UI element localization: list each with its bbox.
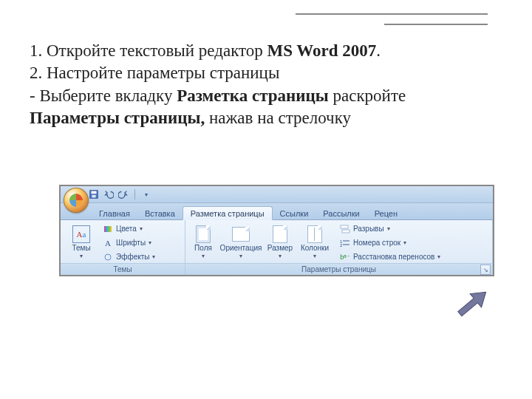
hyphenation-button[interactable]: bª⁻ Расстановка переносов▾ <box>338 250 443 263</box>
tab-home[interactable]: Главная <box>92 207 137 219</box>
label: Параметры страницы <box>301 265 376 273</box>
slide-header-rule <box>296 13 488 25</box>
ribbon-body: Aa Темы▾ Цвета▾ A Шрифты▾ <box>61 220 493 275</box>
instruction-line-3: - Выберите вкладку Разметка страницы рас… <box>30 85 495 130</box>
qat-customize-icon[interactable]: ▾ <box>141 189 151 200</box>
colors-icon <box>103 225 113 233</box>
fonts-icon: A <box>103 239 113 248</box>
group-title-page-setup: Параметры страницы ↘ <box>185 263 492 275</box>
text: . <box>376 41 381 60</box>
redo-icon[interactable] <box>118 189 129 200</box>
margins-icon <box>196 225 211 243</box>
tab-references[interactable]: Ссылки <box>273 207 316 219</box>
ribbon-tabs: Главная Вставка Разметка страницы Ссылки… <box>61 203 493 220</box>
label: Разрывы <box>353 225 384 233</box>
themes-button[interactable]: Aa Темы▾ <box>65 223 98 263</box>
theme-fonts-button[interactable]: A Шрифты▾ <box>100 236 157 249</box>
theme-effects-button[interactable]: Эффекты▾ <box>100 250 157 263</box>
label: Цвета <box>116 225 137 233</box>
text: раскройте <box>329 86 406 105</box>
size-icon <box>273 225 287 243</box>
undo-icon[interactable] <box>103 189 114 200</box>
svg-rect-1 <box>92 191 97 194</box>
columns-icon <box>307 225 322 243</box>
group-page-setup: Поля▾ Ориентация▾ Размер▾ Колонки▾ <box>185 220 493 275</box>
text-bold: Разметка страницы <box>177 86 329 105</box>
svg-rect-2 <box>92 195 95 198</box>
instruction-text: 1. Откройте текстовый редактор MS Word 2… <box>30 40 495 129</box>
tab-page-layout[interactable]: Разметка страницы <box>183 206 273 220</box>
label: Колонки <box>301 244 329 252</box>
svg-rect-4 <box>341 225 348 228</box>
line-numbers-icon: 12 <box>340 239 350 248</box>
tab-mailings[interactable]: Рассылки <box>316 207 366 219</box>
breaks-button[interactable]: Разрывы▾ <box>338 222 443 235</box>
text: - Выберите вкладку <box>30 86 177 105</box>
orientation-icon <box>232 227 250 242</box>
tab-insert[interactable]: Вставка <box>137 207 183 219</box>
label: Эффекты <box>116 253 149 261</box>
group-title-themes: Темы <box>61 263 185 275</box>
themes-icon: Aa <box>72 225 90 243</box>
header-rule-bottom <box>384 24 488 25</box>
text-bold: MS Word 2007 <box>267 41 377 60</box>
save-icon[interactable] <box>89 189 99 200</box>
orientation-button[interactable]: Ориентация▾ <box>219 223 262 263</box>
svg-text:2: 2 <box>340 243 343 248</box>
text: нажав на стрелочку <box>205 109 351 127</box>
columns-button[interactable]: Колонки▾ <box>298 223 332 263</box>
pointer-arrow-icon <box>449 280 497 327</box>
effects-icon <box>103 253 113 262</box>
tab-review[interactable]: Рецен <box>367 207 405 219</box>
svg-rect-5 <box>342 230 349 233</box>
label: Поля <box>194 244 212 252</box>
theme-colors-button[interactable]: Цвета▾ <box>100 222 157 235</box>
word-ribbon-screenshot: ▾ Главная Вставка Разметка страницы Ссыл… <box>59 185 494 276</box>
header-rule-top <box>296 13 488 15</box>
label: Расстановка переносов <box>353 253 434 261</box>
svg-point-3 <box>105 254 111 260</box>
label: Темы <box>72 244 90 252</box>
qat-separator <box>134 189 135 200</box>
line-numbers-button[interactable]: 12 Номера строк▾ <box>338 236 443 249</box>
instruction-line-1: 1. Откройте текстовый редактор MS Word 2… <box>30 40 495 62</box>
breaks-icon <box>340 225 350 233</box>
text-bold: Параметры страницы, <box>30 109 205 127</box>
size-button[interactable]: Размер▾ <box>265 223 295 263</box>
quick-access-toolbar: ▾ <box>61 186 493 203</box>
hyphenation-icon: bª⁻ <box>340 253 350 262</box>
group-themes: Aa Темы▾ Цвета▾ A Шрифты▾ <box>61 220 185 275</box>
text: 1. Откройте текстовый редактор <box>30 41 267 60</box>
margins-button[interactable]: Поля▾ <box>190 223 216 263</box>
office-button[interactable] <box>64 188 89 213</box>
label: Шрифты <box>116 239 146 247</box>
label: Номера строк <box>353 239 400 247</box>
label: Размер <box>267 244 293 252</box>
instruction-line-2: 2. Настройте параметры страницы <box>30 62 495 84</box>
page-setup-dialog-launcher[interactable]: ↘ <box>480 265 491 275</box>
label: Ориентация <box>220 244 262 252</box>
